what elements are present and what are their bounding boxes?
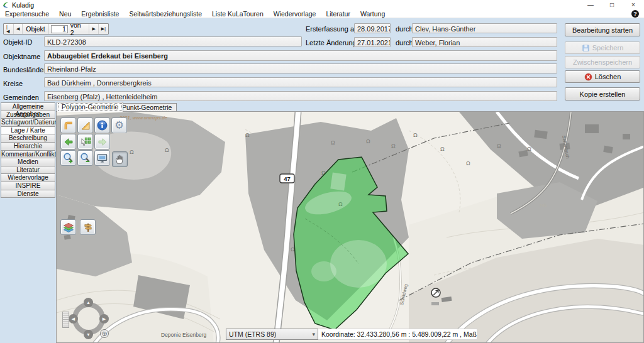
- pan-south-button[interactable]: ▼: [84, 330, 93, 339]
- changed-by-prefix: durch: [396, 39, 413, 46]
- sidebar-item-inspire[interactable]: INSPIRE: [1, 182, 55, 190]
- menu-item-expertensuche[interactable]: Expertensuche: [0, 10, 54, 18]
- globe-icon[interactable]: ⊕: [100, 329, 109, 338]
- bundeslaender-field: Rheinland-Pfalz: [44, 63, 557, 74]
- poi-symbol: [431, 288, 440, 297]
- menu-item-wartung[interactable]: Wartung: [355, 10, 390, 18]
- measure-button[interactable]: [77, 117, 93, 133]
- gear-icon: ⚙: [114, 120, 124, 131]
- kreise-field: Bad Dürkheim , Donnersbergkreis: [44, 77, 557, 87]
- buffer-save-label: Zwischenspeichern: [573, 58, 632, 66]
- layers-icon: [63, 222, 74, 233]
- layers-button[interactable]: [60, 219, 76, 235]
- menubar: Expertensuche Neu Ergebnisliste Seitwärt…: [0, 9, 644, 18]
- objekt-id-label: Objekt-ID: [3, 38, 32, 46]
- select-features-button[interactable]: [77, 134, 93, 150]
- zoom-out-button[interactable]: [77, 150, 93, 166]
- svg-text:Ω: Ω: [245, 132, 250, 138]
- close-button[interactable]: ×: [623, 0, 644, 9]
- svg-text:Ω: Ω: [466, 160, 470, 166]
- app-icon: [2, 1, 9, 9]
- start-edit-button[interactable]: Bearbeitung starten: [565, 23, 640, 36]
- place-label: Deponie Eisenberg: [161, 332, 207, 338]
- arrow-right-icon: [97, 136, 108, 148]
- start-edit-label: Bearbeitung starten: [572, 26, 633, 34]
- tab-punkt-geometrie[interactable]: Punkt-Geometrie: [117, 103, 177, 112]
- svg-text:Ω: Ω: [331, 139, 335, 146]
- copy-button[interactable]: Kopie erstellen: [565, 87, 640, 101]
- menu-item-ergebnisliste[interactable]: Ergebnisliste: [76, 10, 124, 18]
- maximize-button[interactable]: □: [601, 0, 623, 9]
- objektname-field: Abbaugebiet Erdekaut bei Eisenberg: [44, 50, 557, 61]
- record-number-input[interactable]: [51, 25, 68, 33]
- sidebar-item-dienste[interactable]: Dienste: [1, 190, 55, 199]
- map-navigation-control: ▲ ◀ ▶ ▼ ⊕: [62, 294, 131, 343]
- chevron-down-icon: ▾: [312, 331, 315, 337]
- last-record-button[interactable]: ▶|: [99, 24, 108, 34]
- zoom-extent-button[interactable]: [94, 150, 110, 166]
- sidebar-item-allgemeine-angaben[interactable]: Allgemeine Angaben: [1, 102, 55, 111]
- pan-button[interactable]: [112, 151, 128, 167]
- arrow-left-icon: [63, 136, 74, 148]
- window-title: Kuladig: [12, 1, 34, 9]
- save-icon: [582, 44, 590, 52]
- first-record-button[interactable]: |◀: [4, 24, 14, 34]
- history-forward-button[interactable]: [94, 134, 110, 150]
- sidebar-item-wiedervorlage[interactable]: Wiedervorlage: [1, 173, 55, 182]
- changed-by-field: Weber, Florian: [412, 37, 557, 47]
- measure-ruler-icon: [80, 120, 91, 131]
- delete-button[interactable]: Löschen: [565, 70, 640, 83]
- menu-item-neu[interactable]: Neu: [54, 10, 76, 18]
- map-canvas[interactable]: Seltenbach Schildweg ΩΩΩ ΩΩΩ ΩΩΩ ΩΩΩ: [57, 112, 644, 343]
- sidebar-item-kommentar-konflikt[interactable]: Kommentar/Konflikt: [1, 150, 55, 159]
- map-widget-buttons[interactable]: [62, 312, 69, 328]
- bundeslaender-label: Bundesländer: [3, 66, 46, 74]
- record-navigator: |◀ ◀ Objekt von 2 ▶ ▶|: [3, 23, 109, 35]
- tab-polygon-geometrie[interactable]: Polygon-Geometrie: [57, 102, 123, 112]
- help-icon[interactable]: ?: [631, 10, 639, 18]
- legend-signpost-button[interactable]: [80, 219, 96, 235]
- record-object-label: Objekt: [23, 24, 48, 34]
- sidebar-item-hierarchie[interactable]: Hierarchie: [1, 142, 55, 151]
- sidebar-item-literatur[interactable]: Literatur: [1, 166, 55, 175]
- svg-text:Ω: Ω: [440, 146, 445, 152]
- zoom-in-button[interactable]: [60, 150, 76, 166]
- route-shield: 47: [280, 174, 294, 183]
- minimize-button[interactable]: —: [580, 0, 601, 9]
- sidebar-item-zusatzangaben[interactable]: Zusatzangaben: [1, 111, 55, 119]
- changed-date-field: 27.01.2021: [354, 37, 391, 47]
- crs-select[interactable]: UTM (ETRS 89) ▾: [226, 329, 318, 340]
- pan-west-button[interactable]: ◀: [69, 314, 78, 324]
- svg-text:Ω: Ω: [165, 147, 169, 153]
- settings-button[interactable]: ⚙: [111, 117, 127, 133]
- sidebar-item-lage-karte[interactable]: Lage / Karte: [1, 126, 55, 135]
- menu-item-literatur[interactable]: Literatur: [321, 10, 355, 18]
- map-pane: Seltenbach Schildweg ΩΩΩ ΩΩΩ ΩΩΩ ΩΩΩ: [56, 111, 644, 343]
- svg-text:Ω: Ω: [366, 138, 370, 144]
- created-by-field: Clev, Hans-Günther: [412, 23, 557, 33]
- sidebar-item-medien[interactable]: Medien: [1, 158, 55, 166]
- menu-item-liste-kulatouren[interactable]: Liste KuLaTouren: [207, 10, 269, 18]
- pan-east-button[interactable]: ▶: [99, 314, 109, 324]
- menu-item-wiedervorlage[interactable]: Wiedervorlage: [269, 10, 321, 18]
- buffer-save-button[interactable]: Zwischenspeichern: [565, 56, 640, 68]
- zoom-in-icon: [62, 152, 74, 164]
- delete-icon: [584, 73, 592, 81]
- history-back-button[interactable]: [60, 134, 76, 150]
- draw-angle-button[interactable]: [60, 117, 76, 133]
- menu-item-seitwaertsbeziehungsliste[interactable]: Seitwärtsbeziehungsliste: [124, 10, 207, 18]
- created-label: Ersterfassung am: [306, 25, 360, 33]
- copy-label: Kopie erstellen: [580, 90, 626, 98]
- pan-north-button[interactable]: ▲: [84, 298, 93, 307]
- gemeinden-field: Eisenberg (Pfalz) , Hettenleidelheim: [44, 91, 557, 101]
- info-button[interactable]: [94, 117, 110, 133]
- next-record-button[interactable]: ▶: [89, 24, 98, 34]
- sidebar-item-beschreibung[interactable]: Beschreibung: [1, 134, 55, 143]
- save-button[interactable]: Speichern: [565, 41, 640, 54]
- svg-text:Ω: Ω: [321, 170, 326, 176]
- delete-label: Löschen: [595, 73, 621, 80]
- sidebar-item-schlagwort-datierung[interactable]: Schlagwort/Datierung: [1, 118, 55, 127]
- created-date-field: 28.09.2017: [354, 23, 391, 33]
- prev-record-button[interactable]: ◀: [14, 24, 23, 34]
- svg-text:Ω: Ω: [527, 146, 531, 152]
